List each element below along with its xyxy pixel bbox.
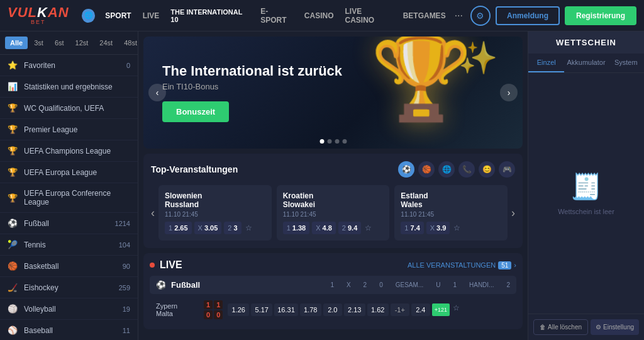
event-card: Slowenien Russland 11.10 21:45 12.65 X3.… <box>158 185 272 241</box>
tab-einzel[interactable]: Einzel <box>528 54 564 72</box>
more-markets-badge[interactable]: +121 <box>432 303 450 316</box>
sidebar-item[interactable]: 🏆 UEFA Champions League <box>0 140 138 162</box>
sidebar-item[interactable]: 🏆 UEFA Europa League <box>0 162 138 183</box>
event-time: 11.10 21:45 <box>283 211 384 218</box>
nav-item-esport[interactable]: E-SPORT <box>255 4 298 28</box>
match-star-icon[interactable]: ☆ <box>453 303 460 316</box>
logo[interactable]: VULKAN BET <box>8 6 69 25</box>
odd-btn-2[interactable]: 29.4 <box>338 222 361 234</box>
sidebar-item[interactable]: 📊 Statistiken und ergebnisse <box>0 76 138 98</box>
odd-btn-x[interactable]: X3.05 <box>194 222 222 234</box>
baseball-icon: ⚾ <box>8 326 18 335</box>
all-events-link[interactable]: ALLE VERANSTALTUNGEN 51 › <box>408 261 516 269</box>
filter-icon-soccer[interactable]: ⚽ <box>398 161 414 178</box>
sidebar-item[interactable]: 🏆 Premier League <box>0 119 138 140</box>
match-odd-1[interactable]: 1.26 <box>228 303 249 316</box>
banner-cta-button[interactable]: Bonuszeit <box>162 101 229 122</box>
odd-btn-2[interactable]: 23 <box>224 222 241 234</box>
nav-item-casino[interactable]: CASINO <box>299 8 339 23</box>
nav-item-ti10[interactable]: THE INTERNATIONAL 10 <box>165 5 254 26</box>
filter-48st[interactable]: 48st <box>119 37 138 49</box>
nav-item-betgames[interactable]: BETGAMES <box>398 8 451 23</box>
clear-all-button[interactable]: 🗑 Alle löschen <box>533 319 588 335</box>
filter-24st[interactable]: 24st <box>94 37 118 49</box>
match-odd-x[interactable]: 5.17 <box>251 303 272 316</box>
banner-dot-1[interactable] <box>319 139 324 144</box>
nav-item-live-casino[interactable]: LIVE CASINO <box>340 4 396 28</box>
tab-akkumulator[interactable]: Akkumulator <box>564 54 608 72</box>
team1-name: Slowenien <box>165 191 265 200</box>
sidebar-item[interactable]: 🏀 Basketball 90 <box>0 256 138 277</box>
settings-icon[interactable]: ⚙ <box>470 6 491 26</box>
banner-arrow-left[interactable]: ‹ <box>148 84 166 101</box>
top-events-header: Top-Veranstaltungen ⚽ 🏀 🌐 📞 😊 🎮 <box>151 161 515 178</box>
event-card: Kroatien Slowakei 11.10 21:45 11.38 X4.8… <box>277 185 390 241</box>
filter-icon-basketball[interactable]: 🏀 <box>418 161 435 178</box>
sidebar-item[interactable]: 🏒 Eishockey 259 <box>0 277 138 298</box>
event-odds: 12.65 X3.05 23 ☆ <box>165 222 265 234</box>
volleyball-icon: 🏐 <box>8 304 18 314</box>
odd-btn-1[interactable]: 11.38 <box>283 222 310 234</box>
filter-icon-game[interactable]: 🎮 <box>499 161 515 178</box>
banner-subtitle: Ein TI10-Bonus <box>162 82 342 91</box>
sidebar-item[interactable]: 🏆 UEFA Europa Conference League <box>0 183 138 213</box>
live-columns: 1 X 2 0 GESAM... U 1 HANDI... 2 <box>330 281 510 288</box>
sidebar-label: Statistiken und ergebnisse <box>24 82 130 91</box>
match-odd-o[interactable]: 2.13 <box>344 303 365 316</box>
score-4: 0 <box>214 310 223 319</box>
banner-dot-2[interactable] <box>327 139 331 144</box>
live-sport-row[interactable]: ⚽ Fußball 1 X 2 0 GESAM... U 1 HANDI... … <box>150 276 516 294</box>
sidebar-item[interactable]: 🎾 Tennis 104 <box>0 234 138 256</box>
sidebar-item[interactable]: ⚽ Fußball 1214 <box>0 213 138 234</box>
sidebar-item[interactable]: ⚾ Baseball 11 <box>0 320 138 340</box>
sidebar-item[interactable]: 🏐 Volleyball 19 <box>0 298 138 320</box>
odd-btn-x[interactable]: X3.9 <box>426 222 450 234</box>
sidebar-item[interactable]: 🏆 WC Qualification, UEFA <box>0 98 138 119</box>
tennis-icon: 🎾 <box>8 240 18 249</box>
login-button[interactable]: Anmeldung <box>496 6 560 25</box>
sidebar-item[interactable]: ⭐ Favoriten 0 <box>0 55 138 76</box>
nav-item-sport[interactable]: SPORT <box>100 8 136 23</box>
filter-alle[interactable]: Alle <box>5 37 28 49</box>
filter-icon-face[interactable]: 😊 <box>479 161 495 178</box>
match-odd-h1[interactable]: 1.62 <box>367 303 389 316</box>
banner-dot-4[interactable] <box>342 139 347 144</box>
filter-3st[interactable]: 3st <box>29 37 48 49</box>
match-odd-0[interactable]: 1.78 <box>300 303 321 316</box>
sidebar-count: 19 <box>123 305 130 313</box>
match-odd-h0[interactable]: -1+ <box>391 303 409 316</box>
filter-12st[interactable]: 12st <box>70 37 94 49</box>
tab-system[interactable]: System <box>608 54 644 72</box>
trophy-icon: 🏆 <box>8 103 18 113</box>
favorite-star-icon[interactable]: ☆ <box>453 224 460 232</box>
match-odd-u[interactable]: 2.0 <box>323 303 342 316</box>
nav-more-icon[interactable]: ··· <box>452 10 465 21</box>
carousel-arrow-right[interactable]: › <box>511 207 515 220</box>
filter-6st[interactable]: 6st <box>50 37 69 49</box>
banner-arrow-right[interactable]: › <box>500 84 518 101</box>
match-odd-h2[interactable]: 2.4 <box>411 303 430 316</box>
trophy-icon: 🏆 <box>8 125 18 134</box>
team2: Malta <box>156 310 200 317</box>
team1-name: Kroatien <box>283 191 384 200</box>
event-odds: 11.38 X4.8 29.4 ☆ <box>283 222 384 234</box>
odd-btn-x[interactable]: X4.8 <box>312 222 336 234</box>
nav-item-live[interactable]: LIVE <box>138 8 165 23</box>
match-odd-2[interactable]: 16.31 <box>274 303 298 316</box>
sidebar-label: UEFA Europa League <box>24 168 130 177</box>
odd-btn-1[interactable]: 17.4 <box>401 222 423 234</box>
odd-btn-1[interactable]: 12.65 <box>165 222 192 234</box>
event-card: Estland Wales 11.10 21:45 17.4 X3.9 ☆ <box>394 185 508 241</box>
live-count-badge: 51 <box>498 261 511 269</box>
bet-slip-header: WETTSCHEIN <box>528 31 644 54</box>
favorite-star-icon[interactable]: ☆ <box>365 224 372 232</box>
banner-dot-3[interactable] <box>335 139 339 144</box>
top-events-section: Top-Veranstaltungen ⚽ 🏀 🌐 📞 😊 🎮 ‹ <box>143 154 523 248</box>
filter-icon-phone[interactable]: 📞 <box>458 161 475 178</box>
carousel-arrow-left[interactable]: ‹ <box>151 207 155 220</box>
header: VULKAN BET 🌐 SPORT LIVE THE INTERNATIONA… <box>0 0 644 31</box>
favorite-star-icon[interactable]: ☆ <box>245 224 252 232</box>
register-button[interactable]: Registrierung <box>565 6 636 25</box>
filter-icon-globe[interactable]: 🌐 <box>438 161 455 178</box>
settings-button[interactable]: ⚙ Einstellung <box>591 319 639 335</box>
